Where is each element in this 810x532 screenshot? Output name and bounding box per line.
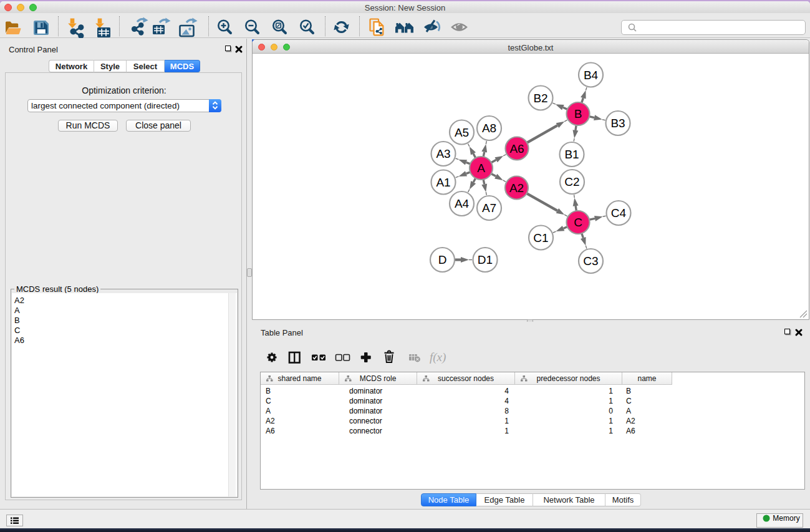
svg-text:A1: A1 xyxy=(436,176,450,189)
svg-text:A5: A5 xyxy=(455,126,469,139)
svg-text:A3: A3 xyxy=(436,147,450,160)
svg-text:B1: B1 xyxy=(564,148,579,161)
svg-text:A8: A8 xyxy=(482,122,496,135)
svg-text:A: A xyxy=(477,162,485,175)
svg-text:C: C xyxy=(574,216,582,229)
svg-text:C1: C1 xyxy=(533,231,548,244)
svg-text:B: B xyxy=(574,107,582,120)
svg-text:D1: D1 xyxy=(478,253,493,266)
svg-text:C2: C2 xyxy=(564,175,579,188)
svg-text:D: D xyxy=(438,253,447,266)
svg-text:B3: B3 xyxy=(610,117,625,130)
svg-text:B4: B4 xyxy=(584,69,599,82)
svg-text:C3: C3 xyxy=(583,254,598,268)
svg-text:f(x): f(x) xyxy=(430,351,446,364)
svg-text:A4: A4 xyxy=(455,197,470,210)
svg-text:B2: B2 xyxy=(533,92,547,105)
svg-text:A7: A7 xyxy=(482,201,496,215)
svg-text:A6: A6 xyxy=(509,142,524,155)
svg-text:A2: A2 xyxy=(509,181,524,195)
svg-text:C4: C4 xyxy=(611,206,627,220)
